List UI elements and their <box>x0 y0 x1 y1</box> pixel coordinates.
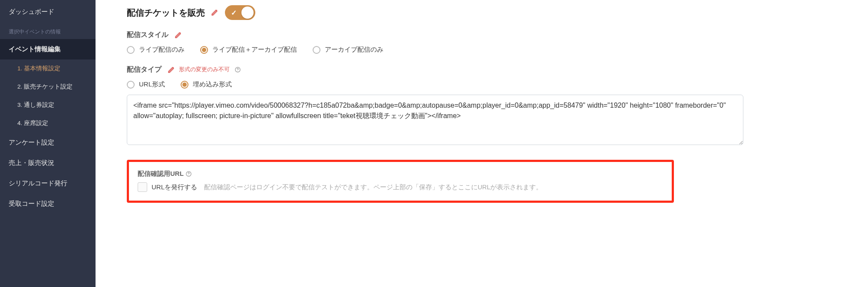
issue-url-description: 配信確認ページはログイン不要で配信テストができます。ページ上部の「保存」するとこ… <box>204 183 542 191</box>
stream-confirm-url-section: 配信確認用URL URLを発行する 配信確認ページはログイン不要で配信テストがで… <box>127 160 674 203</box>
svg-line-2 <box>168 67 174 73</box>
required-icon <box>175 32 182 39</box>
sidebar-item-dashboard[interactable]: ダッシュボード <box>0 2 96 22</box>
sidebar-sub-seat-settings[interactable]: 4. 座席設定 <box>0 114 96 132</box>
main-content: 配信チケットを販売 ✓ 配信スタイル ライブ配信のみ ライブ配信＋アーカ <box>96 0 868 287</box>
sidebar-item-survey[interactable]: アンケート設定 <box>0 132 96 153</box>
radio-label: ライブ配信＋アーカイブ配信 <box>212 46 297 54</box>
help-icon[interactable] <box>185 171 192 178</box>
radio-circle <box>127 81 135 89</box>
required-icon <box>211 9 218 16</box>
toggle-knob <box>241 7 254 19</box>
embed-code-textarea[interactable] <box>127 95 743 145</box>
radio-label: URL形式 <box>139 80 165 89</box>
issue-url-checkbox[interactable] <box>138 182 147 192</box>
radio-label: アーカイブ配信のみ <box>325 46 383 54</box>
svg-line-0 <box>212 10 217 15</box>
type-change-note: 形式の変更のみ不可 <box>179 66 230 73</box>
radio-circle <box>181 81 188 89</box>
sidebar-section-label: 選択中イベントの情報 <box>0 22 96 39</box>
sidebar-sub-pass-settings[interactable]: 3. 通し券設定 <box>0 96 96 114</box>
stream-type-radio-group: URL形式 埋め込み形式 <box>127 80 842 89</box>
stream-type-label: 配信タイプ <box>127 65 162 74</box>
radio-live-only[interactable]: ライブ配信のみ <box>127 46 185 54</box>
svg-point-4 <box>238 71 238 71</box>
issue-url-label: URLを発行する <box>152 183 197 191</box>
sell-ticket-toggle[interactable]: ✓ <box>225 5 255 20</box>
radio-label: ライブ配信のみ <box>139 46 185 54</box>
check-icon: ✓ <box>231 9 237 17</box>
radio-circle <box>313 46 320 54</box>
radio-live-plus-archive[interactable]: ライブ配信＋アーカイブ配信 <box>200 46 297 54</box>
confirm-url-label: 配信確認用URL <box>138 170 184 178</box>
stream-style-label: 配信スタイル <box>127 30 168 40</box>
sidebar-item-sales[interactable]: 売上・販売状況 <box>0 153 96 173</box>
stream-style-radio-group: ライブ配信のみ ライブ配信＋アーカイブ配信 アーカイブ配信のみ <box>127 46 842 54</box>
sidebar-sub-ticket-settings[interactable]: 2. 販売チケット設定 <box>0 78 96 96</box>
sidebar-item-receipt-code[interactable]: 受取コード設定 <box>0 194 96 214</box>
sidebar-sub-basic-info[interactable]: 1. 基本情報設定 <box>0 59 96 78</box>
sidebar-item-serial-code[interactable]: シリアルコード発行 <box>0 173 96 194</box>
sidebar-item-event-edit[interactable]: イベント情報編集 <box>0 39 96 59</box>
svg-line-1 <box>175 33 181 38</box>
sidebar: ダッシュボード 選択中イベントの情報 イベント情報編集 1. 基本情報設定 2.… <box>0 0 96 287</box>
radio-embed-format[interactable]: 埋め込み形式 <box>181 80 232 89</box>
radio-circle <box>200 46 208 54</box>
svg-point-6 <box>188 175 189 175</box>
radio-archive-only[interactable]: アーカイブ配信のみ <box>313 46 383 54</box>
radio-url-format[interactable]: URL形式 <box>127 80 165 89</box>
radio-circle <box>127 46 135 54</box>
help-icon[interactable] <box>234 66 241 73</box>
required-icon <box>168 66 175 73</box>
sell-streaming-ticket-title: 配信チケットを販売 <box>127 7 205 19</box>
radio-label: 埋め込み形式 <box>193 80 232 89</box>
